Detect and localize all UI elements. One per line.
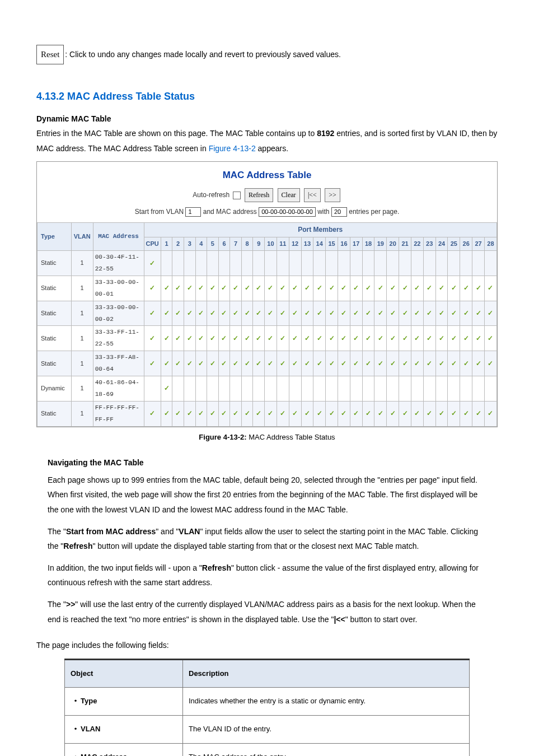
cell-port: [399, 251, 411, 276]
check-icon: ✓: [463, 334, 469, 342]
cell-port: ✓: [230, 326, 242, 351]
check-icon: ✓: [292, 334, 298, 342]
check-icon: ✓: [378, 409, 383, 417]
cell-port: [423, 251, 435, 276]
th-port-members: Port Members: [144, 223, 496, 237]
cell-port: ✓: [184, 351, 195, 376]
cell-port: ✓: [230, 401, 242, 426]
cell-port: ✓: [399, 351, 411, 376]
mac-input[interactable]: 00-00-00-00-00-00: [259, 207, 316, 217]
auto-refresh-checkbox[interactable]: [233, 192, 241, 199]
check-icon: ✓: [427, 334, 432, 342]
check-icon: ✓: [149, 334, 155, 342]
check-icon: ✓: [164, 334, 170, 342]
cell-type: Static: [38, 251, 72, 276]
cell-port: [218, 251, 230, 276]
cell-port: [423, 376, 435, 401]
next-page-button[interactable]: >>: [325, 188, 340, 202]
check-icon: ✓: [149, 259, 155, 267]
refresh-button[interactable]: Refresh: [245, 188, 273, 202]
th-port-18: 18: [362, 237, 374, 251]
reset-button[interactable]: Reset: [36, 45, 64, 64]
cell-port: [277, 251, 289, 276]
cell-port: ✓: [313, 326, 326, 351]
check-icon: ✓: [317, 409, 322, 417]
check-icon: ✓: [245, 334, 250, 342]
check-icon: ✓: [414, 409, 420, 417]
check-icon: ✓: [353, 360, 359, 367]
check-icon: ✓: [451, 284, 457, 292]
cell-type: Static: [38, 401, 72, 426]
cell-port: ✓: [435, 326, 448, 351]
check-icon: ✓: [353, 309, 359, 317]
check-icon: ✓: [414, 360, 420, 367]
cell-port: ✓: [472, 276, 485, 301]
check-icon: ✓: [329, 360, 335, 367]
cell-port: ✓: [207, 401, 219, 426]
first-page-button[interactable]: |<<: [304, 188, 321, 202]
cell-port: ✓: [277, 351, 289, 376]
cell-port: [387, 376, 399, 401]
cell-vlan: 1: [71, 301, 93, 326]
check-icon: ✓: [175, 334, 181, 342]
cell-port: [313, 376, 326, 401]
fields-row: MAC addressThe MAC address of the entry.: [65, 743, 470, 756]
cell-port: ✓: [435, 351, 448, 376]
fields-intro: The page includes the following fields:: [36, 638, 498, 653]
cell-port: [172, 251, 184, 276]
cell-cpu: ✓: [144, 251, 161, 276]
cell-port: ✓: [350, 301, 362, 326]
check-icon: ✓: [292, 360, 298, 367]
cell-port: ✓: [241, 401, 253, 426]
check-icon: ✓: [305, 334, 310, 342]
cell-port: [448, 251, 460, 276]
cell-port: ✓: [195, 326, 207, 351]
cell-port: ✓: [362, 276, 374, 301]
check-icon: ✓: [427, 360, 432, 367]
cell-port: ✓: [338, 276, 350, 301]
check-icon: ✓: [280, 309, 285, 317]
check-icon: ✓: [451, 409, 457, 417]
cell-port: ✓: [207, 301, 219, 326]
check-icon: ✓: [317, 334, 322, 342]
cell-port: [265, 251, 277, 276]
navigating-p3: In addition, the two input fields will -…: [48, 561, 486, 590]
th-type: Type: [38, 223, 72, 251]
figure-link[interactable]: Figure 4-13-2: [209, 144, 256, 153]
check-icon: ✓: [245, 360, 250, 367]
cell-port: ✓: [387, 326, 399, 351]
check-icon: ✓: [439, 309, 444, 317]
check-icon: ✓: [149, 360, 155, 367]
check-icon: ✓: [366, 334, 371, 342]
cell-port: ✓: [484, 401, 496, 426]
cell-port: ✓: [207, 351, 219, 376]
vlan-input[interactable]: 1: [185, 207, 201, 217]
check-icon: ✓: [187, 409, 193, 417]
clear-button[interactable]: Clear: [278, 188, 300, 202]
check-icon: ✓: [210, 309, 216, 317]
check-icon: ✓: [198, 360, 204, 367]
check-icon: ✓: [488, 334, 493, 342]
check-icon: ✓: [149, 284, 155, 292]
check-icon: ✓: [175, 409, 181, 417]
check-icon: ✓: [329, 409, 335, 417]
th-port-17: 17: [350, 237, 362, 251]
check-icon: ✓: [164, 309, 170, 317]
check-icon: ✓: [280, 409, 285, 417]
check-icon: ✓: [341, 360, 346, 367]
cell-port: ✓: [484, 301, 496, 326]
reset-description-row: Reset : Click to undo any changes made l…: [36, 45, 498, 64]
cell-port: ✓: [338, 326, 350, 351]
check-icon: ✓: [292, 409, 298, 417]
check-icon: ✓: [245, 309, 250, 317]
cell-port: [265, 376, 277, 401]
cell-port: [374, 376, 387, 401]
cell-port: ✓: [218, 351, 230, 376]
fields-object: MAC address: [65, 743, 183, 756]
cell-port: ✓: [253, 401, 265, 426]
check-icon: ✓: [476, 284, 481, 292]
entries-count-input[interactable]: 20: [331, 207, 347, 217]
cell-port: ✓: [374, 301, 387, 326]
cell-port: ✓: [195, 351, 207, 376]
check-icon: ✓: [221, 409, 227, 417]
